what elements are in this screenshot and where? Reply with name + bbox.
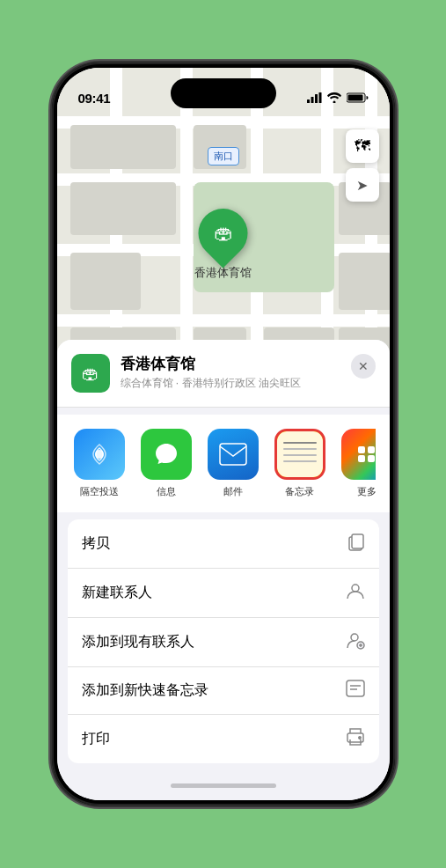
add-existing-contact-label: 添加到现有联系人 bbox=[82, 633, 194, 651]
venue-name: 香港体育馆 bbox=[121, 354, 340, 374]
add-quick-note-icon bbox=[346, 680, 365, 702]
battery-icon bbox=[347, 92, 369, 103]
map-block bbox=[70, 182, 176, 235]
copy-icon bbox=[347, 532, 365, 555]
wifi-icon bbox=[327, 92, 341, 103]
phone-frame: 南口 🗺 ➤ 🏟 香港体育馆 09:41 bbox=[52, 63, 395, 805]
svg-point-14 bbox=[358, 737, 360, 739]
action-list: 拷贝 新建联系人 bbox=[68, 519, 379, 763]
svg-rect-7 bbox=[220, 444, 246, 465]
map-block bbox=[339, 253, 390, 310]
svg-rect-8 bbox=[352, 534, 363, 548]
add-existing-contact-icon bbox=[346, 630, 365, 654]
action-row-print[interactable]: 打印 bbox=[68, 715, 379, 763]
svg-rect-2 bbox=[315, 94, 318, 103]
share-app-mail[interactable]: 邮件 bbox=[205, 429, 261, 498]
notes-icon bbox=[274, 429, 325, 480]
status-icons bbox=[307, 92, 369, 103]
svg-rect-1 bbox=[311, 97, 313, 103]
status-time: 09:41 bbox=[78, 91, 111, 106]
share-app-messages[interactable]: 信息 bbox=[138, 429, 194, 498]
mail-icon bbox=[208, 429, 259, 480]
svg-rect-12 bbox=[347, 680, 364, 696]
venue-info: 香港体育馆 综合体育馆 · 香港特别行政区 油尖旺区 bbox=[121, 354, 340, 391]
action-row-new-contact[interactable]: 新建联系人 bbox=[68, 569, 379, 618]
action-row-add-quick-note[interactable]: 添加到新快速备忘录 bbox=[68, 667, 379, 715]
more-label: 更多 bbox=[357, 485, 376, 498]
location-icon: ➤ bbox=[356, 177, 368, 194]
map-label-south: 南口 bbox=[208, 147, 239, 166]
pin-circle: 🏟 bbox=[188, 198, 258, 268]
map-type-button[interactable]: 🗺 bbox=[346, 129, 379, 163]
share-apps-list: 隔空投送 信息 bbox=[71, 429, 376, 498]
notes-label: 备忘录 bbox=[285, 485, 314, 498]
messages-label: 信息 bbox=[157, 485, 176, 498]
south-label-text: 南口 bbox=[214, 151, 233, 161]
venue-emoji: 🏟 bbox=[82, 364, 99, 384]
map-block bbox=[70, 253, 141, 310]
pin-venue-icon: 🏟 bbox=[214, 222, 233, 245]
signal-icon bbox=[307, 92, 322, 103]
phone-screen: 南口 🗺 ➤ 🏟 香港体育馆 09:41 bbox=[57, 68, 390, 800]
svg-rect-3 bbox=[318, 92, 321, 103]
svg-rect-0 bbox=[307, 99, 310, 103]
location-button[interactable]: ➤ bbox=[346, 168, 379, 202]
close-button[interactable]: ✕ bbox=[351, 354, 376, 379]
share-row: 隔空投送 信息 bbox=[57, 415, 390, 512]
venue-icon: 🏟 bbox=[71, 354, 110, 393]
venue-description: 综合体育馆 · 香港特别行政区 油尖旺区 bbox=[121, 376, 340, 391]
dynamic-island bbox=[171, 78, 276, 108]
bottom-sheet: 🏟 香港体育馆 综合体育馆 · 香港特别行政区 油尖旺区 ✕ bbox=[57, 340, 390, 800]
new-contact-label: 新建联系人 bbox=[82, 584, 152, 602]
action-row-add-existing-contact[interactable]: 添加到现有联系人 bbox=[68, 618, 379, 667]
add-quick-note-label: 添加到新快速备忘录 bbox=[82, 681, 208, 700]
svg-point-9 bbox=[352, 585, 359, 592]
map-controls: 🗺 ➤ bbox=[346, 129, 379, 207]
svg-point-10 bbox=[351, 634, 358, 641]
svg-rect-5 bbox=[347, 95, 362, 101]
print-label: 打印 bbox=[82, 730, 110, 748]
map-block bbox=[70, 125, 176, 169]
print-icon bbox=[346, 727, 365, 751]
mail-label: 邮件 bbox=[223, 485, 243, 498]
airdrop-label: 隔空投送 bbox=[80, 485, 119, 498]
share-app-airdrop[interactable]: 隔空投送 bbox=[71, 429, 128, 498]
map-type-icon: 🗺 bbox=[355, 137, 370, 156]
home-indicator bbox=[57, 770, 390, 800]
airdrop-icon bbox=[74, 429, 125, 480]
map-road bbox=[57, 314, 390, 327]
close-icon: ✕ bbox=[358, 359, 369, 373]
action-row-copy[interactable]: 拷贝 bbox=[68, 519, 379, 569]
share-app-more[interactable]: 更多 bbox=[339, 429, 376, 498]
location-pin: 🏟 香港体育馆 bbox=[194, 209, 252, 281]
home-bar bbox=[171, 783, 276, 788]
new-contact-icon bbox=[346, 581, 365, 605]
copy-label: 拷贝 bbox=[82, 534, 110, 553]
messages-icon bbox=[141, 429, 192, 480]
share-app-notes[interactable]: 备忘录 bbox=[272, 429, 328, 498]
more-apps-icon bbox=[341, 429, 376, 480]
venue-header: 🏟 香港体育馆 综合体育馆 · 香港特别行政区 油尖旺区 ✕ bbox=[57, 340, 390, 408]
